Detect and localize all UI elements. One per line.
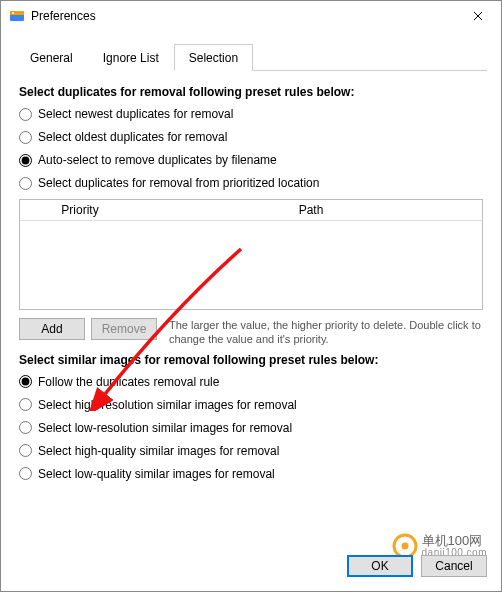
radio-lowres-input[interactable]: [19, 421, 32, 434]
radio-follow-rule[interactable]: Follow the duplicates removal rule: [19, 375, 483, 389]
radio-follow-input[interactable]: [19, 375, 32, 388]
radio-lowq-input[interactable]: [19, 467, 32, 480]
radio-oldest-label: Select oldest duplicates for removal: [38, 130, 227, 144]
radio-oldest-duplicates[interactable]: Select oldest duplicates for removal: [19, 130, 483, 144]
priority-table-body[interactable]: [20, 221, 482, 309]
tab-content: Select duplicates for removal following …: [15, 71, 487, 481]
remove-button: Remove: [91, 318, 157, 340]
ok-button[interactable]: OK: [347, 555, 413, 577]
radio-filename-duplicates[interactable]: Auto-select to remove duplicates by file…: [19, 153, 483, 167]
svg-point-2: [12, 12, 14, 14]
radio-highres-label: Select high-resolution similar images fo…: [38, 398, 297, 412]
tabbar: General Ignore List Selection: [15, 43, 487, 71]
radio-highq-input[interactable]: [19, 444, 32, 457]
add-button[interactable]: Add: [19, 318, 85, 340]
radio-lowres-label: Select low-resolution similar images for…: [38, 421, 292, 435]
radio-low-res[interactable]: Select low-resolution similar images for…: [19, 421, 483, 435]
window-title: Preferences: [31, 9, 455, 23]
similar-images-heading: Select similar images for removal follow…: [19, 353, 483, 367]
tab-ignore-list[interactable]: Ignore List: [88, 44, 174, 71]
radio-lowq-label: Select low-quality similar images for re…: [38, 467, 275, 481]
svg-point-4: [401, 543, 408, 550]
radio-highres-input[interactable]: [19, 398, 32, 411]
dialog-body: General Ignore List Selection Select dup…: [1, 31, 501, 591]
priority-table: Priority Path: [19, 199, 483, 310]
priority-hint: The larger the value, the higher priorit…: [163, 318, 483, 347]
radio-priority-duplicates[interactable]: Select duplicates for removal from prior…: [19, 176, 483, 190]
watermark-line1: 单机100网: [422, 534, 487, 548]
cancel-button[interactable]: Cancel: [421, 555, 487, 577]
radio-filename-label: Auto-select to remove duplicates by file…: [38, 153, 277, 167]
tab-general[interactable]: General: [15, 44, 88, 71]
radio-priority-label: Select duplicates for removal from prior…: [38, 176, 319, 190]
radio-priority-input[interactable]: [19, 177, 32, 190]
tab-selection[interactable]: Selection: [174, 44, 253, 71]
radio-filename-input[interactable]: [19, 154, 32, 167]
titlebar: Preferences: [1, 1, 501, 31]
col-priority-header[interactable]: Priority: [20, 200, 140, 220]
radio-high-res[interactable]: Select high-resolution similar images fo…: [19, 398, 483, 412]
radio-newest-label: Select newest duplicates for removal: [38, 107, 233, 121]
dialog-footer: OK Cancel: [347, 555, 487, 577]
priority-table-header: Priority Path: [20, 200, 482, 221]
close-button[interactable]: [455, 1, 501, 31]
radio-highq-label: Select high-quality similar images for r…: [38, 444, 279, 458]
radio-low-quality[interactable]: Select low-quality similar images for re…: [19, 467, 483, 481]
radio-oldest-input[interactable]: [19, 131, 32, 144]
radio-newest-input[interactable]: [19, 108, 32, 121]
col-path-header[interactable]: Path: [140, 200, 482, 220]
priority-button-row: Add Remove The larger the value, the hig…: [19, 318, 483, 347]
app-icon: [9, 8, 25, 24]
radio-high-quality[interactable]: Select high-quality similar images for r…: [19, 444, 483, 458]
duplicates-rules-heading: Select duplicates for removal following …: [19, 85, 483, 99]
svg-point-3: [394, 535, 416, 557]
radio-newest-duplicates[interactable]: Select newest duplicates for removal: [19, 107, 483, 121]
radio-follow-label: Follow the duplicates removal rule: [38, 375, 219, 389]
